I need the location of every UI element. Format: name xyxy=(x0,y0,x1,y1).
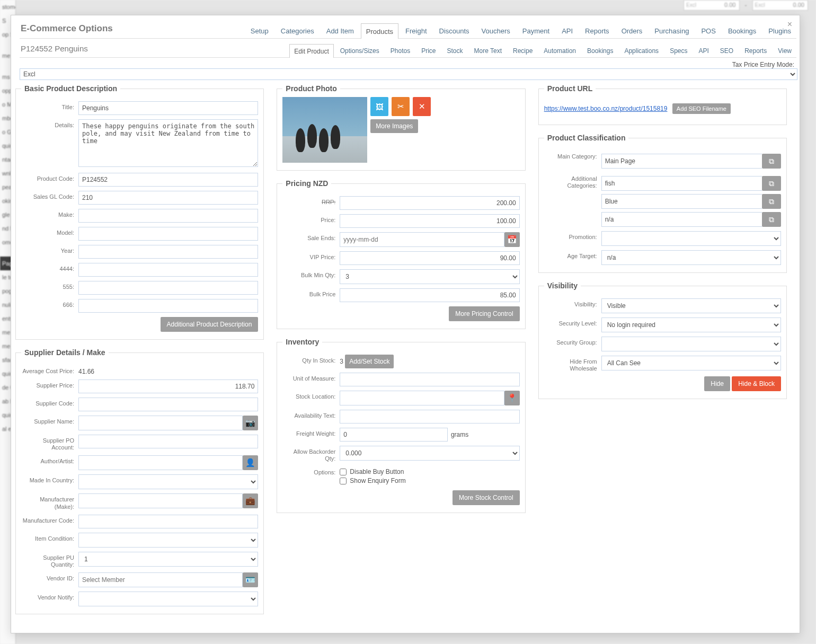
bulk-price-input[interactable] xyxy=(340,288,519,302)
id-card-icon[interactable]: 🪪 xyxy=(243,572,258,587)
more-pricing-button[interactable]: More Pricing Control xyxy=(449,306,519,321)
security-group-select[interactable] xyxy=(601,337,781,351)
backorder-select[interactable]: 0.000 xyxy=(340,446,519,461)
product-photo-thumb[interactable] xyxy=(282,97,367,163)
supplier-name-input[interactable] xyxy=(78,416,243,430)
tab-setup[interactable]: Setup xyxy=(245,23,274,38)
item-condition-select[interactable] xyxy=(78,533,258,548)
bulk-min-select[interactable]: 3 xyxy=(340,269,519,284)
model-input[interactable] xyxy=(78,227,258,241)
subtab-price[interactable]: Price xyxy=(416,43,440,57)
price-input[interactable] xyxy=(340,214,519,228)
title-input[interactable] xyxy=(78,101,258,115)
availability-input[interactable] xyxy=(340,410,519,424)
product-subtitle: P124552 Penguins xyxy=(20,41,88,57)
promotion-select[interactable] xyxy=(601,231,781,246)
subtab-view[interactable]: View xyxy=(773,43,796,57)
sitemap-icon[interactable]: ⧉ xyxy=(762,176,781,191)
subtab-automation[interactable]: Automation xyxy=(539,43,581,57)
visibility-select[interactable]: Visible xyxy=(601,298,781,313)
tab-api[interactable]: API xyxy=(556,23,578,38)
tab-orders[interactable]: Orders xyxy=(616,23,648,38)
security-level-select[interactable]: No login required xyxy=(601,317,781,332)
more-images-button[interactable]: More Images xyxy=(370,119,418,133)
more-stock-button[interactable]: More Stock Control xyxy=(453,490,520,505)
subtab-edit-product[interactable]: Edit Product xyxy=(289,44,333,58)
tab-discounts[interactable]: Discounts xyxy=(434,23,475,38)
subtab-applications[interactable]: Applications xyxy=(619,43,663,57)
details-textarea[interactable] xyxy=(78,119,258,167)
uom-input[interactable] xyxy=(340,373,519,386)
subtab-photos[interactable]: Photos xyxy=(386,43,415,57)
hide-button[interactable]: Hide xyxy=(704,376,730,391)
close-icon[interactable]: × xyxy=(787,20,792,29)
tab-categories[interactable]: Categories xyxy=(276,23,320,38)
manufacturer-code-input[interactable] xyxy=(78,515,258,528)
tab-purchasing[interactable]: Purchasing xyxy=(649,23,694,38)
subtab-options-sizes[interactable]: Options/Sizes xyxy=(335,43,384,57)
make-input[interactable] xyxy=(78,209,258,223)
hide-wholesale-select[interactable]: All Can See xyxy=(601,356,781,370)
supplier-code-input[interactable] xyxy=(78,398,258,411)
delete-photo-icon[interactable]: ✕ xyxy=(413,97,431,116)
show-enquiry-checkbox[interactable] xyxy=(340,478,347,484)
briefcase-icon[interactable]: 💼 xyxy=(243,493,258,508)
tab-payment[interactable]: Payment xyxy=(517,23,555,38)
subtab-reports[interactable]: Reports xyxy=(740,43,771,57)
sitemap-icon[interactable]: ⧉ xyxy=(762,212,781,227)
freight-weight-input[interactable] xyxy=(340,428,448,442)
subtab-more-text[interactable]: More Text xyxy=(469,43,507,57)
disable-buy-checkbox[interactable] xyxy=(340,469,347,475)
tab-vouchers[interactable]: Vouchers xyxy=(476,23,516,38)
subtab-stock[interactable]: Stock xyxy=(442,43,467,57)
camera-icon[interactable]: 📷 xyxy=(243,416,258,430)
person-icon[interactable]: 👤 xyxy=(243,455,258,470)
add-seo-button[interactable]: Add SEO Filename xyxy=(672,103,731,114)
additional-description-button[interactable]: Additional Product Description xyxy=(161,317,259,332)
additional-category-input[interactable] xyxy=(601,212,762,227)
pu-qty-select[interactable]: 1 xyxy=(78,552,258,567)
additional-category-input[interactable] xyxy=(601,176,762,191)
made-in-select[interactable] xyxy=(78,474,258,489)
vendor-id-input[interactable] xyxy=(78,572,243,587)
vendor-notify-select[interactable] xyxy=(78,592,258,606)
rrp-input[interactable] xyxy=(340,196,519,210)
image-icon[interactable]: 🖼 xyxy=(370,97,388,116)
tab-add-item[interactable]: Add Item xyxy=(321,23,359,38)
subtab-seo[interactable]: SEO xyxy=(715,43,738,57)
add-set-stock-button[interactable]: Add/Set Stock xyxy=(345,355,394,368)
tax-mode-select[interactable]: Excl xyxy=(20,68,797,80)
product-code-input[interactable] xyxy=(78,173,258,187)
field-4444[interactable] xyxy=(78,263,258,277)
hide-block-button[interactable]: Hide & Block xyxy=(732,376,781,391)
sales-gl-input[interactable] xyxy=(78,191,258,205)
field-555[interactable] xyxy=(78,281,258,295)
tab-pos[interactable]: POS xyxy=(696,23,721,38)
vip-price-input[interactable] xyxy=(340,251,519,265)
year-input[interactable] xyxy=(78,245,258,259)
manufacturer-input[interactable] xyxy=(78,493,243,508)
sale-ends-input[interactable] xyxy=(340,232,504,247)
additional-category-input[interactable] xyxy=(601,194,762,209)
author-input[interactable] xyxy=(78,455,243,470)
calendar-icon[interactable]: 📅 xyxy=(504,232,520,247)
tab-reports[interactable]: Reports xyxy=(580,23,615,38)
tab-bookings[interactable]: Bookings xyxy=(723,23,761,38)
stock-location-input[interactable] xyxy=(340,391,504,405)
subtab-api[interactable]: API xyxy=(694,43,713,57)
sitemap-icon[interactable]: ⧉ xyxy=(762,194,781,209)
crop-icon[interactable]: ✂ xyxy=(392,97,410,116)
map-pin-icon[interactable]: 📍 xyxy=(504,391,520,405)
supplier-price-input[interactable] xyxy=(78,380,258,393)
main-category-input[interactable] xyxy=(601,154,762,169)
age-target-select[interactable]: n/a xyxy=(601,250,781,265)
subtab-bookings[interactable]: Bookings xyxy=(582,43,618,57)
subtab-recipe[interactable]: Recipe xyxy=(508,43,537,57)
sitemap-icon[interactable]: ⧉ xyxy=(762,154,781,169)
tab-freight[interactable]: Freight xyxy=(400,23,432,38)
field-666[interactable] xyxy=(78,299,258,313)
subtab-specs[interactable]: Specs xyxy=(665,43,692,57)
product-url-link[interactable]: https://www.test.boo.co.nz/product/15158… xyxy=(544,105,668,112)
supplier-po-input[interactable] xyxy=(78,435,258,448)
tab-products[interactable]: Products xyxy=(361,23,398,39)
